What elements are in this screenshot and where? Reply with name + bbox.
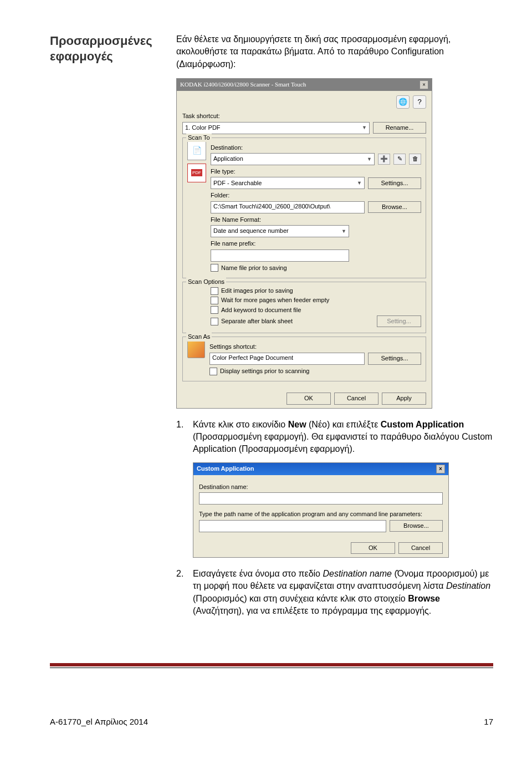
config-ok-button[interactable]: OK	[287, 393, 331, 404]
name-prior-checkbox[interactable]	[211, 264, 218, 272]
chevron-down-icon: ▼	[341, 228, 346, 235]
dialog-titlebar: Custom Application ×	[193, 463, 448, 475]
task-shortcut-value: 1. Color PDF	[185, 124, 221, 132]
scan-to-title: Scan To	[186, 134, 212, 142]
opt-wait-pages-label: Wait for more pages when feeder empty	[221, 296, 329, 304]
task-shortcut-select[interactable]: 1. Color PDF ▼	[182, 122, 370, 134]
config-cancel-button[interactable]: Cancel	[334, 393, 378, 404]
filename-format-value: Date and sequence number	[213, 227, 289, 235]
folder-browse-button[interactable]: Browse...	[368, 201, 421, 213]
filename-format-label: File Name Format:	[211, 216, 421, 224]
custom-application-dialog: Custom Application × Destination name: T…	[193, 462, 449, 558]
footer-page-number: 17	[484, 717, 493, 726]
opt-wait-pages-checkbox[interactable]	[211, 297, 218, 304]
opt-add-keyword-label: Add keyword to document file	[221, 306, 301, 314]
scan-options-group: Scan Options Edit images prior to saving…	[182, 282, 426, 334]
destination-label: Destination:	[211, 144, 421, 152]
filetype-settings-button[interactable]: Settings...	[368, 177, 421, 189]
close-icon[interactable]: ×	[420, 80, 428, 89]
heading-line2: εφαρμογές	[50, 49, 113, 63]
scan-as-group: Scan As Settings shortcut: Color Perfect…	[182, 337, 426, 381]
name-prior-label: Name file prior to saving	[221, 264, 287, 272]
step-2: 2. Εισαγάγετε ένα όνομα στο πεδίο Destin…	[176, 568, 493, 618]
config-apply-button[interactable]: Apply	[382, 393, 426, 404]
color-preview-icon	[187, 340, 205, 358]
delete-destination-icon[interactable]: 🗑	[409, 154, 421, 165]
destination-type-icon[interactable]: 📄	[187, 141, 206, 160]
dialog-cancel-button[interactable]: Cancel	[398, 542, 443, 554]
globe-users-icon[interactable]: 🌐	[396, 95, 410, 109]
filename-prefix-input[interactable]	[211, 249, 349, 262]
opt-add-keyword-checkbox[interactable]	[211, 306, 218, 314]
dialog-title: Custom Application	[197, 465, 254, 473]
opt-separate-blank-label: Separate after blank sheet	[221, 317, 374, 325]
filetype-select[interactable]: PDF - Searchable ▼	[211, 177, 365, 189]
destination-name-label: Destination name:	[199, 483, 443, 491]
path-label: Type the path name of the application pr…	[199, 510, 443, 518]
display-prior-label: Display settings prior to scanning	[220, 367, 309, 375]
config-window-title: KODAK i2400/i2600/i2800 Scanner - Smart …	[180, 80, 306, 89]
chevron-down-icon: ▼	[357, 180, 362, 187]
footer-line	[50, 668, 493, 668]
destination-value: Application	[213, 155, 243, 163]
folder-label: Folder:	[211, 191, 421, 200]
chevron-down-icon: ▼	[367, 156, 372, 163]
dialog-browse-button[interactable]: Browse...	[390, 520, 443, 532]
settings-shortcut-input[interactable]: Color Perfect Page Document	[209, 353, 365, 365]
help-icon[interactable]: ?	[413, 95, 426, 109]
config-titlebar: KODAK i2400/i2600/i2800 Scanner - Smart …	[177, 79, 432, 91]
opt-edit-images-checkbox[interactable]	[211, 287, 218, 295]
heading-line1: Προσαρμοσμένες	[50, 34, 152, 48]
step-2-number: 2.	[176, 568, 187, 618]
folder-input[interactable]: C:\Smart Touch\i2400_i2600_i2800\Output\	[211, 201, 365, 213]
add-destination-icon[interactable]: ➕	[378, 154, 390, 165]
step-2-text: Εισαγάγετε ένα όνομα στο πεδίο Destinati…	[193, 568, 493, 618]
destination-select[interactable]: Application ▼	[211, 153, 375, 165]
filename-prefix-label: File name prefix:	[211, 240, 421, 248]
dialog-ok-button[interactable]: OK	[351, 542, 395, 554]
rename-button[interactable]: Rename...	[373, 122, 426, 134]
step-1: 1. Κάντε κλικ στο εικονίδιο New (Νέο) κα…	[176, 419, 493, 456]
destination-name-input[interactable]	[199, 492, 443, 505]
scan-as-title: Scan As	[186, 333, 212, 341]
chevron-down-icon: ▼	[362, 124, 367, 131]
display-prior-checkbox[interactable]	[209, 368, 217, 375]
scan-options-setting-button[interactable]: Setting...	[377, 315, 421, 327]
scanas-settings-button[interactable]: Settings...	[368, 353, 421, 364]
page-footer: A-61770_el Απρίλιος 2014 17	[50, 712, 493, 726]
pdf-icon[interactable]: PDF	[187, 164, 206, 182]
path-input[interactable]	[199, 520, 386, 532]
scan-options-title: Scan Options	[186, 278, 226, 286]
section-heading: Προσαρμοσμένες εφαρμογές	[50, 33, 161, 64]
step-1-text: Κάντε κλικ στο εικονίδιο New (Νέο) και ε…	[193, 419, 493, 456]
settings-shortcut-label: Settings shortcut:	[209, 343, 421, 351]
filetype-value: PDF - Searchable	[213, 179, 262, 187]
task-shortcut-label: Task shortcut:	[182, 112, 426, 120]
footer-bar	[50, 663, 493, 666]
configuration-window: KODAK i2400/i2600/i2800 Scanner - Smart …	[176, 78, 432, 408]
footer-doc-id: A-61770_el Απρίλιος 2014	[50, 717, 148, 726]
close-icon[interactable]: ×	[436, 465, 445, 473]
edit-destination-icon[interactable]: ✎	[393, 154, 406, 165]
opt-edit-images-label: Edit images prior to saving	[221, 287, 293, 295]
filename-format-select[interactable]: Date and sequence number ▼	[211, 225, 349, 237]
scan-to-group: Scan To 📄 PDF Destination:	[182, 137, 426, 278]
filetype-label: File type:	[211, 167, 421, 176]
opt-separate-blank-checkbox[interactable]	[211, 318, 218, 325]
intro-paragraph: Εάν θέλετε να δημιουργήσετε τη δική σας …	[176, 33, 493, 70]
step-1-number: 1.	[176, 419, 187, 456]
